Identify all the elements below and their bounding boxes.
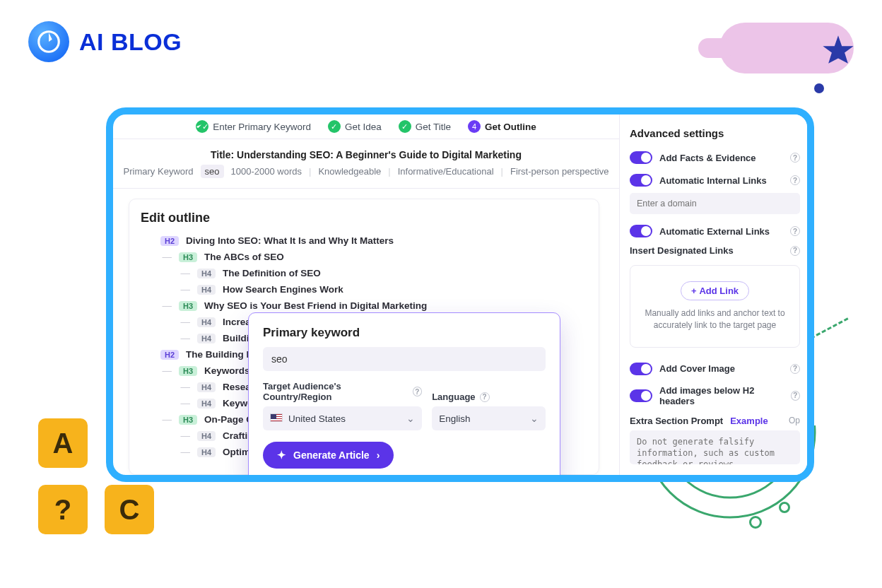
help-icon[interactable]: ? [790, 153, 800, 163]
tree-line-icon: — [177, 333, 190, 343]
brand: AI BLOG [28, 21, 182, 62]
chevron-down-icon: ⌄ [406, 413, 415, 424]
heading-tag: H3 [179, 366, 197, 376]
meta-expertise[interactable]: Knowledgeable [318, 166, 381, 177]
generate-article-button[interactable]: ✦ Generate Article › [263, 442, 394, 469]
add-link-button[interactable]: + Add Link [681, 281, 749, 300]
tree-line-icon: — [177, 447, 190, 457]
designated-links-box: + Add Link Manually add links and anchor… [630, 265, 800, 348]
heading-tag: H4 [197, 285, 216, 295]
heading-tag: H2 [160, 236, 179, 246]
tree-line-icon: — [159, 365, 172, 376]
step-get-title[interactable]: ✓ Get Title [399, 120, 451, 133]
heading-tag: H2 [160, 350, 179, 360]
optional-label: Op [789, 416, 800, 425]
chevron-right-icon: › [377, 449, 380, 461]
tile-c: C [105, 485, 154, 534]
help-icon[interactable]: ? [413, 387, 423, 396]
outline-card: Edit outline —H2Diving Into SEO: What It… [129, 199, 599, 475]
heading-tag: H4 [197, 431, 216, 441]
outline-item-text: Why SEO is Your Best Friend in Digital M… [204, 300, 427, 311]
toggle-external-links[interactable] [630, 225, 652, 237]
heading-tag: H4 [197, 334, 216, 343]
tree-line-icon: — [159, 414, 172, 425]
tree-line-icon: — [177, 430, 190, 441]
tree-line-icon: — [177, 317, 190, 327]
sidebar-heading: Advanced settings [630, 127, 800, 139]
example-link[interactable]: Example [730, 416, 768, 426]
check-icon: ✓ [399, 120, 411, 133]
language-select[interactable]: English ⌄ [432, 406, 546, 430]
decoration-ring-outer [749, 516, 762, 529]
tile-question: ? [38, 485, 88, 534]
toggle-internal-row: Automatic Internal Links ? [630, 169, 800, 192]
us-flag-icon [270, 413, 283, 422]
help-icon[interactable]: ? [790, 226, 800, 236]
popover-title: Primary keyword [263, 326, 546, 340]
tree-line-icon: — [177, 398, 190, 408]
extra-prompt-row: Extra Section Prompt Example Op [630, 416, 800, 426]
tree-line-icon: — [159, 300, 172, 311]
help-icon[interactable]: ? [480, 392, 490, 402]
heading-tag: H4 [197, 269, 216, 278]
toggle-h2img-row: Add images below H2 headers ? [630, 380, 800, 411]
outline-item-text: How Search Engines Work [223, 284, 343, 295]
toggle-facts[interactable] [630, 151, 652, 164]
help-icon[interactable]: ? [790, 246, 800, 256]
heading-tag: H3 [179, 252, 197, 262]
help-icon[interactable]: ? [790, 175, 800, 185]
brand-text: AI BLOG [79, 28, 182, 56]
outline-item[interactable]: —H2Diving Into SEO: What It Is and Why I… [141, 233, 587, 249]
tree-line-icon: — [159, 252, 172, 262]
country-select[interactable]: United States ⌄ [263, 406, 422, 430]
article-meta: Primary Keyword seo 1000-2000 words | Kn… [113, 165, 619, 189]
outline-item[interactable]: —H3The ABCs of SEO [141, 249, 587, 265]
outline-item[interactable]: —H4How Search Engines Work [141, 281, 587, 298]
decoration-star-icon [820, 33, 857, 69]
meta-keyword[interactable]: seo [201, 165, 224, 178]
heading-tag: H3 [179, 415, 197, 425]
toggle-cover-image[interactable] [630, 363, 652, 375]
decoration-ring-small [779, 502, 790, 513]
primary-keyword-popover: Primary keyword Target Audience's Countr… [248, 312, 560, 475]
meta-perspective[interactable]: First-person perspective [510, 166, 608, 177]
language-label: Language [432, 392, 475, 402]
steps-bar: ✓ Enter Primary Keyword ✓ Get Idea ✓ Get… [113, 114, 619, 139]
step-number-icon: 4 [468, 120, 481, 133]
sparkle-icon: ✦ [277, 449, 286, 461]
heading-tag: H3 [179, 301, 197, 311]
chevron-down-icon: ⌄ [530, 413, 539, 424]
tile-a: A [38, 418, 88, 468]
domain-input[interactable] [630, 193, 800, 214]
meta-length[interactable]: 1000-2000 words [231, 166, 302, 177]
plus-icon: + [691, 286, 697, 296]
outline-item-text: The Definition of SEO [223, 268, 321, 278]
toggle-cover-row: Add Cover Image ? [630, 358, 800, 380]
heading-tag: H4 [197, 382, 216, 392]
help-icon[interactable]: ? [791, 391, 800, 401]
outline-item[interactable]: —H4The Definition of SEO [141, 265, 587, 281]
toggle-facts-row: Add Facts & Evidence ? [630, 146, 800, 169]
outline-item[interactable]: —H3Why SEO is Your Best Friend in Digita… [141, 298, 587, 314]
step-enter-keyword[interactable]: ✓ Enter Primary Keyword [196, 120, 311, 133]
outline-item-text: The ABCs of SEO [204, 252, 284, 262]
meta-primary-label: Primary Keyword [124, 166, 194, 177]
check-icon: ✓ [328, 120, 341, 133]
help-icon[interactable]: ? [790, 364, 800, 374]
toggle-internal-links[interactable] [630, 174, 652, 187]
outline-item-text: Diving Into SEO: What It Is and Why It M… [186, 235, 394, 246]
toggle-external-row: Automatic External Links ? [630, 220, 800, 242]
main-panel: ✓ Enter Primary Keyword ✓ Get Idea ✓ Get… [113, 114, 619, 475]
step-get-outline[interactable]: 4 Get Outline [468, 120, 536, 133]
toggle-h2-images[interactable] [630, 389, 652, 402]
advanced-settings-sidebar: Advanced settings Add Facts & Evidence ?… [619, 114, 807, 475]
decoration-dot [814, 83, 824, 93]
article-title: Title: Understanding SEO: A Beginner's G… [113, 139, 619, 165]
check-icon: ✓ [196, 120, 208, 133]
links-hint: Manually add links and anchor text to ac… [637, 307, 792, 331]
tree-line-icon: — [177, 284, 190, 295]
step-get-idea[interactable]: ✓ Get Idea [328, 120, 382, 133]
meta-tone[interactable]: Informative/Educational [398, 166, 494, 177]
extra-prompt-input[interactable] [630, 430, 800, 464]
keyword-input[interactable] [263, 347, 546, 371]
